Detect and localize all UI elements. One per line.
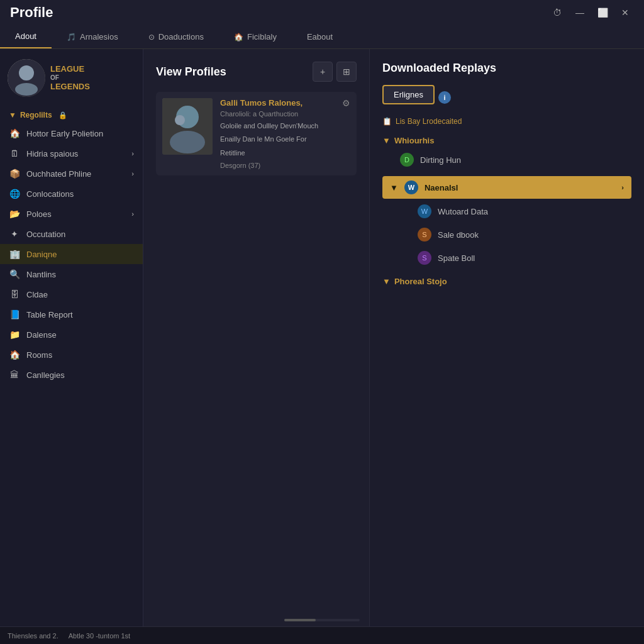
sidebar-item-conlocations[interactable]: 🌐 Conlocations <box>0 184 143 204</box>
profile-card-subtitle: Charolioli: a Quarthuction <box>220 110 335 118</box>
close-btn[interactable]: ✕ <box>616 4 634 21</box>
star-icon: ✦ <box>9 229 20 239</box>
sidebar-item-cldae[interactable]: 🗄 Cldae <box>0 284 143 304</box>
database-icon: 🗄 <box>9 289 20 299</box>
svg-point-6 <box>175 115 185 125</box>
report-icon: 📘 <box>9 309 20 319</box>
tab-analytics[interactable]: 🎵 Arnalesios <box>52 25 133 48</box>
profile-card-desc3: Retitline <box>220 148 335 158</box>
calendar-icon: 🗓 <box>9 148 20 158</box>
expand-profiles-btn[interactable]: ⊞ <box>336 62 357 82</box>
svg-point-5 <box>170 131 205 153</box>
profiles-panel-actions: + ⊞ <box>313 62 357 82</box>
tree-section-phoreal: ▼ Phoreal Stojo <box>382 274 631 289</box>
title-bar: Profile ⏱ — ⬜ ✕ <box>0 0 644 25</box>
dirting-hun-avatar: D <box>400 153 414 167</box>
globe-icon: 🌐 <box>9 189 20 199</box>
sidebar-section-header[interactable]: ▼ Regolilts 🔒 <box>0 107 143 123</box>
status-text1: Thiensles and 2. <box>8 632 58 640</box>
sidebar-item-table-report[interactable]: 📘 Table Report <box>0 304 143 325</box>
minimize-btn[interactable]: — <box>571 4 589 21</box>
building-icon: 🏢 <box>9 249 20 259</box>
tree-section-whiourhis: ▼ Whiourhis D Dirting Hun <box>382 133 631 171</box>
chevron-right-icon: › <box>131 210 134 218</box>
box-icon: 📦 <box>9 169 20 179</box>
tab-about[interactable]: Adout <box>0 25 52 48</box>
settings-btn[interactable]: ⏱ <box>548 4 566 21</box>
tree-header-naenalsl[interactable]: ▼ W Naenalsl › <box>382 176 631 199</box>
profile-card[interactable]: Galli Tumos Ralones, Charolioli: a Quart… <box>156 92 357 175</box>
status-text2: Abtle 30 -tuntom 1st <box>69 632 130 640</box>
search-icon: 🔍 <box>9 269 20 279</box>
sidebar-item-ouchhated[interactable]: 📦 Ouchhated Phline › <box>0 164 143 184</box>
sidebar-item-hidria[interactable]: 🗓 Hidria spaious › <box>0 143 143 164</box>
naenalsl-avatar: W <box>404 180 418 194</box>
filter-button[interactable]: Erlignes <box>382 85 435 104</box>
home-icon: 🏠 <box>9 128 20 138</box>
tree-header-phoreal[interactable]: ▼ Phoreal Stojo <box>382 274 631 289</box>
profile-settings-icon[interactable]: ⚙ <box>342 98 350 169</box>
naenalsl-subitems: W Wutoard Data S Sale dbook S <box>400 200 631 269</box>
scroll-indicator <box>284 619 360 621</box>
scroll-thumb <box>284 619 316 621</box>
svg-point-2 <box>15 83 38 96</box>
profile-card-title: Galli Tumos Ralones, <box>220 98 335 108</box>
spate-avatar: S <box>418 251 431 265</box>
tree-item-sale-dbook[interactable]: S Sale dbook <box>400 223 631 246</box>
profile-info: Galli Tumos Ralones, Charolioli: a Quart… <box>220 98 335 169</box>
tree-header-whiourhis[interactable]: ▼ Whiourhis <box>382 133 631 148</box>
institution-icon: 🏛 <box>9 370 20 380</box>
sidebar-item-poloes[interactable]: 📂 Poloes › <box>0 204 143 224</box>
sidebar-item-nantlins[interactable]: 🔍 Nantlins <box>0 264 143 284</box>
sidebar-item-occutation[interactable]: ✦ Occutation <box>0 224 143 244</box>
tree-item-wutoard-data[interactable]: W Wutoard Data <box>400 200 631 223</box>
sidebar-item-dalense[interactable]: 📁 Dalense <box>0 325 143 345</box>
profiles-panel-header: View Profiles + ⊞ <box>156 62 357 82</box>
chevron-right-icon: › <box>621 184 624 191</box>
status-bar: Thiensles and 2. Abtle 30 -tuntom 1st <box>0 626 644 644</box>
nav-tabs: Adout 🎵 Arnalesios ⊙ Doaductions 🏠 Ficib… <box>0 25 644 49</box>
maximize-btn[interactable]: ⬜ <box>594 4 611 21</box>
svg-point-1 <box>19 65 34 80</box>
sidebar-item-canllegies[interactable]: 🏛 Canllegies <box>0 365 143 385</box>
info-icon[interactable]: i <box>438 91 451 104</box>
profiles-panel-title: View Profiles <box>156 65 226 79</box>
tab-downloads[interactable]: ⊙ Doaductions <box>133 25 219 48</box>
chevron-right-icon: › <box>131 150 134 157</box>
sidebar: LEAGUE OF LEGENDS ▼ Regolilts 🔒 🏠 Hottor… <box>0 49 143 626</box>
profile-thumbnail <box>162 98 213 155</box>
wutoard-avatar: W <box>418 204 431 218</box>
profile-card-desc2: Enailly Dan le Mn Goele For <box>220 135 335 144</box>
logo-image <box>8 59 45 97</box>
logo-text: LEAGUE OF LEGENDS <box>50 64 90 91</box>
content-area: View Profiles + ⊞ Galli <box>143 49 644 626</box>
folder-icon: 📂 <box>9 209 20 219</box>
replays-title: Downloaded Replays <box>382 62 631 75</box>
sidebar-item-daniqne[interactable]: 🏢 Daniqne <box>0 244 143 264</box>
location-hint: 📋 Lis Bay Lrodecaited <box>382 117 631 126</box>
profile-card-desc1: Goloile and Oullley Devn'Mouch <box>220 121 335 131</box>
replays-panel: Downloaded Replays Erlignes i 📋 Lis Bay … <box>370 49 644 626</box>
tree-section-naenalsl: ▼ W Naenalsl › W Wutoard Data <box>382 176 631 269</box>
profile-card-meta: Desgorn (37) <box>220 162 335 169</box>
sale-avatar: S <box>418 228 431 242</box>
chevron-right-icon: › <box>131 170 134 177</box>
sidebar-logo: LEAGUE OF LEGENDS <box>0 54 143 107</box>
sidebar-item-rooms[interactable]: 🏠 Rooms <box>0 345 143 365</box>
tab-extras[interactable]: Eabout <box>292 25 348 48</box>
tab-favorites[interactable]: 🏠 Ficiblaly <box>219 25 292 48</box>
window-controls: ⏱ — ⬜ ✕ <box>548 4 634 21</box>
home2-icon: 🏠 <box>9 350 20 360</box>
profiles-panel: View Profiles + ⊞ Galli <box>143 49 370 626</box>
main-layout: LEAGUE OF LEGENDS ▼ Regolilts 🔒 🏠 Hottor… <box>0 49 644 626</box>
tree-item-spate-boll[interactable]: S Spate Boll <box>400 247 631 269</box>
folder2-icon: 📁 <box>9 330 20 340</box>
add-profile-btn[interactable]: + <box>313 62 333 82</box>
sidebar-item-hottor[interactable]: 🏠 Hottor Early Polietion <box>0 123 143 143</box>
tree-item-dirting-hun[interactable]: D Dirting Hun <box>382 148 631 171</box>
page-title: Profile <box>10 4 53 21</box>
